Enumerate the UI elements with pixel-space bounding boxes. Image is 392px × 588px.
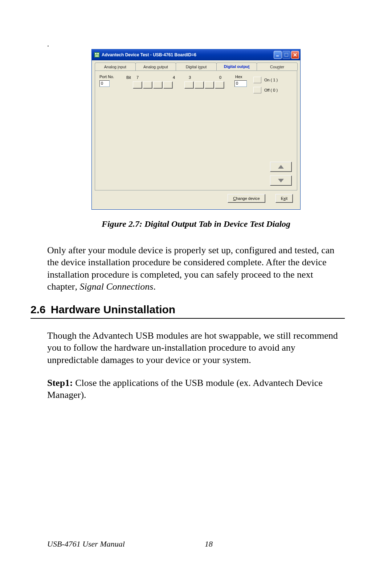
bit-button-0[interactable] [215, 81, 224, 89]
section-number: 2.6 [30, 303, 46, 315]
minimize-button[interactable] [274, 51, 282, 59]
svg-marker-7 [278, 179, 284, 182]
tab-digital-input[interactable]: Digital input [176, 63, 217, 71]
paragraph-1-end: . [153, 281, 156, 292]
change-device-button[interactable]: Change device [228, 194, 265, 203]
bit-button-2[interactable] [195, 81, 204, 89]
footer-title: USB-4761 User Manual [47, 539, 125, 549]
figure-caption: Figure 2.7: Digital Output Tab in Device… [47, 219, 345, 229]
bit-label: Bit [126, 75, 134, 80]
dialog-screenshot: Advantech Device Test - USB-4761 BoardID… [47, 49, 345, 210]
tab-counter[interactable]: Counter [257, 63, 298, 71]
svg-rect-5 [285, 53, 288, 57]
bit-3-label: 3 [189, 75, 191, 80]
tab-strip: Analog input Analog output Digital input… [95, 63, 297, 71]
device-test-dialog: Advantech Device Test - USB-4761 BoardID… [91, 49, 301, 210]
svg-rect-1 [95, 53, 97, 55]
legend-on-label: On ( 1 ) [264, 78, 278, 82]
svg-rect-4 [276, 56, 279, 56]
app-icon [94, 52, 100, 58]
scroll-up-button[interactable] [270, 162, 292, 172]
legend-off-label: Off ( 0 ) [264, 88, 278, 92]
window-title: Advantech Device Test - USB-4761 BoardID… [102, 52, 274, 57]
tab-analog-output[interactable]: Analog output [135, 63, 176, 71]
paragraph-1: Only after your module device is properl… [47, 244, 345, 293]
leading-dot: . [47, 40, 345, 48]
bit-button-1[interactable] [205, 81, 214, 89]
step-1-label: Step1: [47, 378, 73, 388]
paragraph-1-italic: , Signal Connections [75, 281, 154, 292]
bit-7-label: 7 [136, 75, 139, 80]
step-1-text: Close the applications of the USB module… [47, 378, 323, 400]
paragraph-2: Though the Advantech USB modules are hot… [47, 330, 345, 366]
hex-label: Hex [234, 74, 247, 79]
svg-rect-3 [95, 55, 99, 57]
digital-output-panel: Port No. 0 Bit 7 4 [95, 71, 297, 190]
footer-page-number: 18 [205, 539, 213, 549]
bit-button-4[interactable] [163, 81, 173, 89]
scroll-down-button[interactable] [270, 176, 292, 186]
port-no-label: Port No. [99, 74, 114, 79]
close-button[interactable] [291, 51, 299, 59]
section-title: Hardware Uninstallation [51, 303, 175, 315]
bit-button-5[interactable] [153, 81, 163, 89]
legend-off-swatch [253, 87, 261, 93]
bit-button-3[interactable] [184, 81, 194, 89]
port-no-value: 0 [99, 80, 110, 87]
page-footer: USB-4761 User Manual 18 [47, 539, 345, 549]
legend-on-swatch [253, 77, 261, 83]
maximize-button[interactable] [282, 51, 290, 59]
tab-analog-input[interactable]: Analog input [95, 63, 136, 71]
bit-4-label: 4 [173, 75, 175, 80]
section-heading-wrap: 2.6Hardware Uninstallation [30, 303, 345, 319]
svg-rect-2 [97, 53, 99, 55]
step-1: Step1: Close the applications of the USB… [47, 377, 345, 401]
hex-value: 0 [234, 80, 247, 87]
bit-button-7[interactable] [133, 81, 142, 89]
exit-button[interactable]: Exit [275, 194, 293, 203]
tab-digital-output[interactable]: Digital output [216, 63, 257, 71]
bit-0-label: 0 [219, 75, 221, 80]
svg-marker-6 [278, 165, 284, 169]
titlebar: Advantech Device Test - USB-4761 BoardID… [92, 49, 300, 60]
bit-button-6[interactable] [143, 81, 152, 89]
